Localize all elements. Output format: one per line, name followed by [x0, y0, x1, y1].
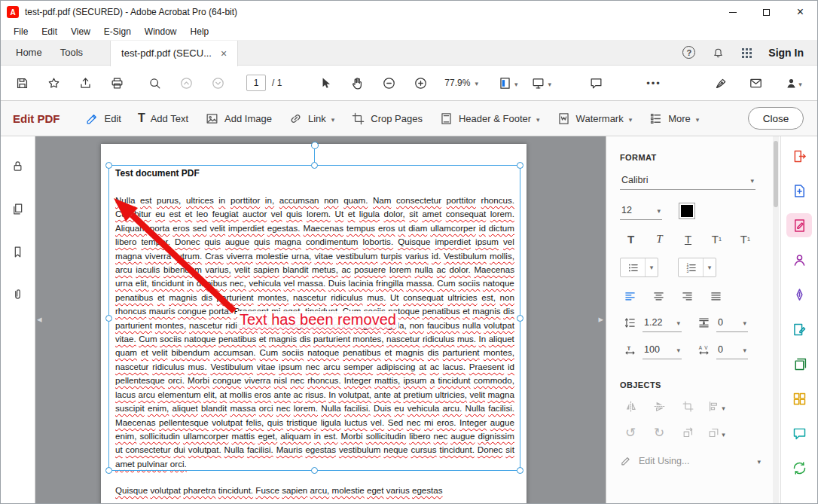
request-esignatures-icon[interactable] [786, 248, 812, 272]
print-icon[interactable] [105, 71, 129, 95]
menu-file[interactable]: File [7, 23, 35, 40]
chevron-down-icon [798, 76, 802, 90]
edit-pdf-icon[interactable] [786, 213, 812, 237]
select-tool-icon[interactable] [313, 71, 337, 95]
zoom-in-icon[interactable] [408, 71, 432, 95]
document-canvas[interactable]: Test document PDF Nulla est purus, ultri… [35, 136, 606, 503]
zoom-out-icon[interactable] [377, 71, 401, 95]
menu-help[interactable]: Help [184, 23, 216, 40]
underline-button[interactable] [677, 230, 699, 249]
display-settings-dropdown[interactable] [528, 74, 554, 93]
next-page-icon[interactable] [206, 71, 230, 95]
watermark-icon [557, 111, 571, 126]
menu-window[interactable]: Window [138, 23, 184, 40]
close-edit-button[interactable]: Close [748, 107, 804, 130]
numbered-list-button[interactable]: 123 [678, 258, 716, 277]
attachments-icon[interactable] [7, 283, 29, 306]
notifications-bell-icon[interactable] [712, 46, 725, 59]
organize-pages-icon[interactable] [786, 386, 812, 411]
apps-grid-icon[interactable] [741, 47, 752, 58]
security-lock-icon[interactable] [7, 154, 29, 177]
character-spacing-value: 0 [718, 344, 723, 355]
tab-home[interactable]: Home [7, 40, 51, 65]
align-justify-icon[interactable] [706, 287, 726, 305]
menu-edit[interactable]: Edit [35, 23, 64, 40]
add-text-button[interactable]: Add Text [130, 106, 197, 130]
line-spacing-select[interactable]: 1.22 [642, 313, 682, 332]
font-color-picker[interactable] [679, 203, 695, 219]
flip-horizontal-icon[interactable] [620, 397, 641, 416]
page-number-input[interactable] [246, 75, 266, 91]
add-image-button[interactable]: Add Image [197, 106, 280, 130]
page-view-dropdown[interactable] [495, 74, 521, 93]
paragraph-spacing-select[interactable]: 0 [716, 313, 748, 332]
font-family-select[interactable]: Calibri [620, 171, 755, 190]
rotate-counterclockwise-icon[interactable] [620, 423, 641, 442]
font-size-select[interactable]: 12 [620, 201, 662, 220]
subscript-button[interactable] [734, 230, 756, 249]
tab-close-icon[interactable]: × [221, 48, 227, 59]
free-rotate-icon[interactable] [677, 423, 698, 442]
fill-and-sign-icon[interactable] [786, 283, 812, 307]
search-icon[interactable] [142, 71, 166, 95]
sign-in-button[interactable]: Sign In [768, 47, 804, 59]
add-comments-icon[interactable] [786, 421, 812, 445]
menu-esign[interactable]: E-Sign [97, 23, 138, 40]
collapse-right-panel-icon[interactable] [598, 314, 603, 324]
bookmarks-icon[interactable] [7, 240, 29, 263]
watermark-button[interactable]: Watermark [548, 106, 641, 130]
fill-sign-pen-icon[interactable] [709, 71, 733, 95]
tab-document[interactable]: test-pdf.pdf (SECU... × [110, 41, 238, 66]
arrange-objects-dropdown[interactable] [706, 423, 727, 442]
tab-tools[interactable]: Tools [51, 40, 92, 65]
chevron-down-icon[interactable] [645, 258, 658, 276]
page-thumbnails-icon[interactable] [7, 197, 29, 220]
menu-view[interactable]: View [64, 23, 97, 40]
more-button[interactable]: More [640, 106, 707, 130]
collapse-left-panel-icon[interactable] [37, 314, 42, 324]
account-icon[interactable] [778, 71, 808, 95]
close-window-button[interactable]: × [783, 1, 817, 23]
align-left-icon[interactable] [620, 287, 640, 305]
align-right-icon[interactable] [677, 287, 697, 305]
crop-object-icon[interactable] [677, 397, 698, 416]
bold-button[interactable] [620, 230, 642, 249]
bulleted-list-button[interactable] [620, 258, 658, 277]
help-icon[interactable]: ? [682, 46, 695, 59]
edit-tool-button[interactable]: Edit [77, 106, 130, 130]
crop-pages-button[interactable]: Crop Pages [343, 106, 431, 130]
superscript-button[interactable] [706, 230, 728, 249]
chevron-down-icon [536, 113, 540, 124]
maximize-button[interactable] [749, 1, 783, 23]
save-icon[interactable] [10, 71, 34, 95]
align-objects-dropdown[interactable] [706, 397, 727, 416]
chevron-down-icon[interactable] [703, 258, 716, 276]
panel-scrollbar-thumb[interactable] [774, 141, 778, 207]
horizontal-scale-select[interactable]: 100 [642, 341, 682, 359]
previous-page-icon[interactable] [174, 71, 198, 95]
chevron-down-icon [757, 456, 761, 466]
create-pdf-icon[interactable] [786, 179, 812, 203]
more-tools-icon[interactable]: ••• [642, 71, 666, 95]
align-center-icon[interactable] [649, 287, 669, 305]
zoom-level-dropdown[interactable]: 77.9% [444, 78, 478, 88]
panel-scrollbar[interactable] [773, 136, 779, 503]
character-spacing-select[interactable]: 0 [716, 341, 748, 359]
edit-using-dropdown[interactable]: Edit Using... [620, 454, 761, 467]
star-icon[interactable] [41, 71, 66, 95]
flip-vertical-icon[interactable] [649, 397, 670, 416]
minimize-button[interactable] [716, 1, 749, 23]
header-footer-button[interactable]: Header & Footer [431, 106, 548, 130]
italic-button[interactable] [649, 230, 670, 249]
hand-tool-icon[interactable] [345, 71, 369, 95]
share-icon[interactable] [73, 71, 97, 95]
send-mail-icon[interactable] [743, 71, 768, 95]
link-button[interactable]: Link [280, 106, 343, 130]
export-pdf-icon[interactable] [786, 144, 812, 168]
combine-files-icon[interactable] [786, 352, 812, 376]
maximize-icon [763, 9, 770, 16]
scan-and-ocr-icon[interactable] [786, 456, 812, 480]
comment-icon[interactable] [585, 71, 609, 95]
add-rich-media-icon[interactable] [786, 317, 812, 341]
rotate-clockwise-icon[interactable] [649, 423, 670, 442]
